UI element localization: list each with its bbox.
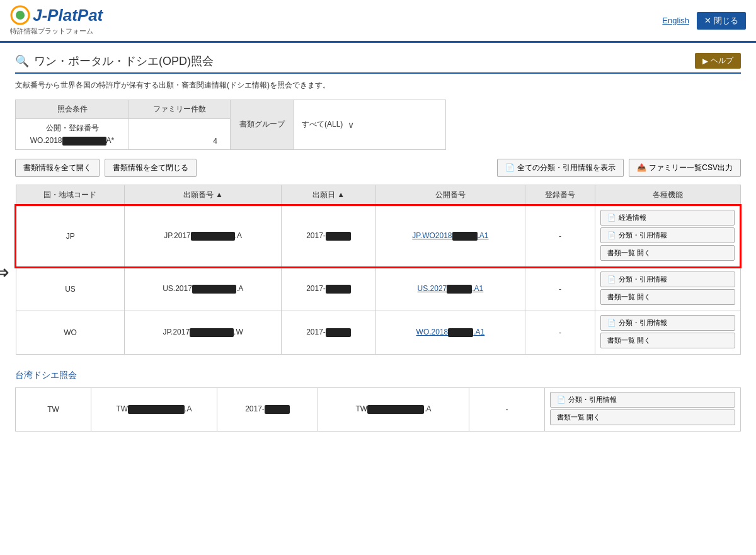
class-cite-button-jp[interactable]: 📄 分類・引用情報 (600, 227, 735, 243)
export-csv-button[interactable]: 📤 ファミリー一覧CSV出力 (629, 159, 741, 177)
pub-number-link-wo[interactable]: WO.2018.A1 (416, 328, 485, 336)
app-number-cell-tw: TW.A (91, 387, 217, 431)
country-cell: WO (16, 311, 125, 354)
group-select-area: すべて(ALL) ∨ (294, 100, 445, 149)
reg-number-cell: - (525, 311, 595, 354)
app-number-cell: JP.2017.A (125, 205, 281, 267)
doc-icon-keika: 📄 (607, 214, 616, 222)
app-date-cell: 2017- (281, 267, 375, 311)
close-button[interactable]: ✕ 閉じる (697, 12, 746, 30)
redacted-date-wo (326, 328, 351, 337)
redacted-pub-us (447, 285, 472, 294)
page-title-row: 🔍 ワン・ポータル・ドシエ(OPD)照会 ▶ ヘルプ (15, 53, 741, 74)
group-select-value: すべて(ALL) (302, 119, 343, 130)
app-date-cell-tw: 2017- (217, 387, 318, 431)
redacted-pub-tw (367, 405, 424, 414)
action-left: 書類情報を全て開く 書類情報を全て閉じる (15, 159, 197, 177)
country-cell-tw: TW (16, 387, 91, 431)
doc-icon-class-wo: 📄 (607, 319, 616, 327)
action-right: 📄 全ての分類・引用情報を表示 📤 ファミリー一覧CSV出力 (497, 159, 741, 177)
page-description: 文献番号から世界各国の特許庁が保有する出願・審査関連情報(ドシエ情報)を照会でき… (15, 80, 741, 91)
table-row: US US.2017.A 2017- US.2027.A1 - 📄 分 (16, 267, 740, 311)
table-row: TW TW.A 2017- TW.A - 📄 分類・引用情報 (16, 387, 741, 431)
arrow-indicator: ⇒ (0, 260, 9, 284)
functions-cell-tw: 📄 分類・引用情報 書類一覧 開く (545, 387, 741, 431)
language-link[interactable]: English (662, 16, 689, 25)
doc-list-button-wo[interactable]: 書類一覧 開く (600, 333, 735, 348)
help-button[interactable]: ▶ ヘルプ (695, 53, 741, 69)
family-count-cell: 4 (129, 119, 230, 149)
functions-cell-wo: 📄 分類・引用情報 書類一覧 開く (595, 311, 740, 354)
show-all-class-button[interactable]: 📄 全ての分類・引用情報を表示 (497, 159, 624, 177)
doc-icon: 📄 (505, 163, 515, 172)
class-cite-button-tw[interactable]: 📄 分類・引用情報 (550, 392, 735, 408)
pub-number-cell: JP.WO2018.A1 (376, 205, 525, 267)
ref-header: 照会条件 (16, 100, 129, 119)
class-cite-button-wo[interactable]: 📄 分類・引用情報 (600, 315, 735, 331)
page-title: 🔍 ワン・ポータル・ドシエ(OPD)照会 (15, 54, 214, 69)
header-right: English ✕ 閉じる (662, 12, 746, 30)
doc-list-button-us[interactable]: 書類一覧 開く (600, 289, 735, 305)
keika-button-jp[interactable]: 📄 経過情報 (600, 210, 735, 226)
app-date-cell: 2017- (281, 311, 375, 354)
condition-headers: 照会条件 ファミリー件数 (16, 100, 230, 119)
functions-cell-us: 📄 分類・引用情報 書類一覧 開く (595, 267, 740, 311)
redacted-app-wo (190, 328, 234, 337)
doc-icon-class-jp: 📄 (607, 231, 616, 239)
sort-asc-icon: ▲ (215, 190, 223, 199)
sort-asc-date-icon: ▲ (337, 190, 345, 199)
logo-circle-icon (10, 5, 30, 25)
logo-text: J-PlatPat (33, 6, 103, 25)
redacted-app-us (192, 285, 236, 294)
help-arrow-icon: ▶ (702, 57, 708, 66)
taiwan-section: 台湾ドシエ照会 TW TW.A 2017- TW.A - (15, 370, 741, 432)
dropdown-arrow-icon[interactable]: ∨ (348, 120, 354, 130)
condition-right: 書類グループ すべて(ALL) ∨ (231, 100, 445, 149)
header-app-date: 出願日 ▲ (281, 185, 375, 205)
redacted-pub-wo (448, 328, 473, 337)
pub-number-link-jp[interactable]: JP.WO2018.A1 (412, 231, 488, 240)
redacted-date-tw (265, 405, 290, 414)
app-date-cell: 2017- (281, 205, 375, 267)
table-row: WO JP.2017.W 2017- WO.2018.A1 - 📄 分 (16, 311, 740, 354)
pub-number-cell-tw: TW.A (318, 387, 469, 431)
reg-number-cell: - (525, 267, 595, 311)
doc-icon-class-us: 📄 (607, 275, 616, 283)
functions-cell-jp: 📄 経過情報 📄 分類・引用情報 書類一覧 開く (595, 205, 740, 267)
doc-list-button-jp[interactable]: 書類一覧 開く (600, 245, 735, 261)
table-header-row: 国・地域コード 出願番号 ▲ 出願日 ▲ 公開番号 登録番号 各種機能 (16, 185, 740, 205)
logo-area: J-PlatPat 特許情報プラットフォーム (10, 5, 103, 36)
main-content: 🔍 ワン・ポータル・ドシエ(OPD)照会 ▶ ヘルプ 文献番号から世界各国の特許… (0, 43, 756, 457)
condition-left: 照会条件 ファミリー件数 公開・登録番号 WO.2018A* 4 (16, 100, 231, 149)
redacted-ref (62, 137, 106, 146)
country-cell: US (16, 267, 125, 311)
doc-icon-class-tw: 📄 (557, 396, 566, 404)
action-row: 書類情報を全て開く 書類情報を全て閉じる 📄 全ての分類・引用情報を表示 📤 フ… (15, 159, 741, 177)
table-row: JP JP.2017.A 2017- JP.WO2018.A1 - 📄 (16, 205, 740, 267)
close-all-button[interactable]: 書類情報を全て閉じる (105, 159, 197, 177)
header-pub-number: 公開番号 (376, 185, 525, 205)
ref-label-cell: 公開・登録番号 WO.2018A* (16, 119, 129, 149)
redacted-date-us (326, 285, 351, 294)
reg-number-cell: - (525, 205, 595, 267)
svg-point-1 (16, 11, 25, 20)
pub-number-cell: WO.2018.A1 (376, 311, 525, 354)
header-country: 国・地域コード (16, 185, 125, 205)
open-all-button[interactable]: 書類情報を全て開く (15, 159, 100, 177)
doc-list-button-tw[interactable]: 書類一覧 開く (550, 409, 735, 425)
group-label: 書類グループ (231, 100, 294, 149)
class-cite-button-us[interactable]: 📄 分類・引用情報 (600, 272, 735, 287)
search-icon: 🔍 (15, 54, 29, 68)
table-head: 国・地域コード 出願番号 ▲ 出願日 ▲ 公開番号 登録番号 各種機能 (16, 185, 740, 205)
reg-number-cell-tw: - (469, 387, 545, 431)
table-body: JP JP.2017.A 2017- JP.WO2018.A1 - 📄 (16, 205, 740, 355)
redacted-pub-jp (452, 232, 478, 241)
pub-number-link-us[interactable]: US.2027.A1 (418, 284, 484, 293)
main-data-table: 国・地域コード 出願番号 ▲ 出願日 ▲ 公開番号 登録番号 各種機能 JP J… (15, 185, 741, 355)
header-app-number: 出願番号 ▲ (125, 185, 281, 205)
taiwan-table-body: TW TW.A 2017- TW.A - 📄 分類・引用情報 (16, 387, 741, 431)
close-icon: ✕ (704, 16, 711, 25)
logo-brand: J-PlatPat (10, 5, 103, 25)
redacted-app-tw (128, 405, 185, 414)
pub-number-cell: US.2027.A1 (376, 267, 525, 311)
